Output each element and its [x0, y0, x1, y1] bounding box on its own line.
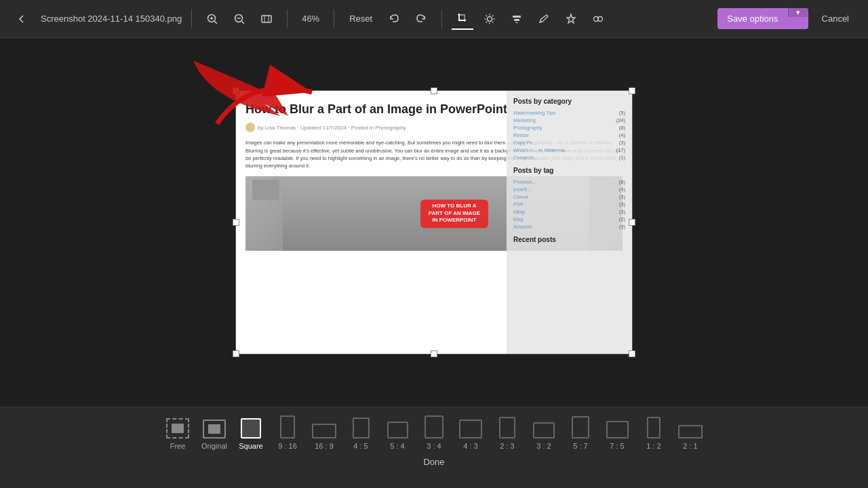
sidebar-tag-item: eBay(3): [513, 208, 625, 216]
sidebar-tag-item: Inserti...(4): [513, 186, 625, 193]
svg-rect-7: [262, 16, 271, 22]
author-avatar: [245, 123, 255, 132]
sidebar-tag-item: PDF(3): [513, 201, 625, 208]
save-options-label: Save options: [717, 8, 787, 29]
ratio-item-7-5[interactable]: 7 : 5: [604, 421, 631, 450]
svg-line-18: [486, 22, 487, 22]
svg-rect-19: [513, 16, 521, 18]
ratio-item-4-5[interactable]: 4 : 5: [347, 418, 374, 450]
ratio-item-square[interactable]: Square: [237, 418, 264, 450]
canvas-area: How to Blur a Part of an Image in PowerP…: [0, 38, 868, 407]
ratio-item-4-3[interactable]: 4 : 3: [457, 420, 484, 450]
svg-line-15: [486, 15, 487, 16]
sidebar-tag-item: Photosh...(8): [513, 178, 625, 186]
sidebar-cat-item: Copy Pr...(3): [513, 139, 625, 146]
zoom-out-button[interactable]: [229, 8, 250, 30]
svg-line-16: [492, 22, 493, 22]
ratio-item-5-7[interactable]: 5 : 7: [567, 416, 594, 450]
ratio-item-1-2[interactable]: 1 : 2: [640, 417, 667, 450]
ratio-item-16-9[interactable]: 16 : 9: [311, 424, 338, 450]
annotate-tool-button[interactable]: [533, 8, 555, 30]
sep-3: [334, 9, 334, 28]
save-options-chevron[interactable]: ▾: [788, 8, 808, 17]
reset-button[interactable]: Reset: [344, 11, 378, 26]
ratio-item-2-3[interactable]: 2 : 3: [494, 417, 521, 450]
svg-rect-21: [515, 22, 518, 23]
sidebar-cat-item: What's n... in Waterma...(17): [513, 146, 625, 154]
svg-point-10: [488, 16, 492, 21]
sidebar-cat-item: Composi...(1): [513, 154, 625, 161]
window-title: Screenshot 2024-11-14 150340.png: [41, 14, 182, 24]
fit-button[interactable]: [256, 8, 277, 30]
ratio-item-original[interactable]: Original: [201, 420, 228, 450]
svg-marker-23: [567, 14, 575, 23]
effects-tool-button[interactable]: [587, 8, 609, 30]
sep-1: [191, 9, 192, 28]
ratio-item-5-4[interactable]: 5 : 4: [384, 422, 411, 450]
crop-tool-button[interactable]: [452, 8, 473, 30]
svg-line-3: [215, 21, 218, 24]
ratio-item-free[interactable]: Free: [164, 418, 191, 450]
sidebar-tag-item: Amazon(3): [513, 223, 625, 230]
ratio-item-2-1[interactable]: 2 : 1: [677, 425, 704, 450]
bottom-toolbar: FreeOriginalSquare9 : 1616 : 94 : 55 : 4…: [0, 407, 868, 488]
ratio-strip: FreeOriginalSquare9 : 1616 : 94 : 55 : 4…: [164, 415, 704, 450]
ratio-item-3-4[interactable]: 3 : 4: [420, 415, 448, 450]
sidebar-tags-list: Photosh...(8)Inserti...(4)Canva(3)PDF(3)…: [513, 178, 625, 230]
image-preview: How to Blur a Part of an Image in PowerP…: [235, 90, 633, 354]
brightness-tool-button[interactable]: [479, 8, 500, 30]
svg-line-6: [242, 21, 245, 24]
zoom-level: 46%: [297, 14, 324, 24]
top-toolbar: Screenshot 2024-11-14 150340.png 46% Res…: [0, 0, 868, 38]
save-options-button[interactable]: Save options ▾: [717, 8, 808, 29]
svg-line-17: [492, 15, 493, 16]
redo-button[interactable]: [410, 8, 432, 30]
undo-button[interactable]: [383, 8, 405, 30]
sidebar-cat-item: Watermarking Tips(5): [513, 109, 625, 117]
ratio-item-9-16[interactable]: 9 : 16: [274, 415, 301, 450]
red-badge: HOW TO BLUR A PART OF AN IMAGE IN POWERP…: [420, 200, 488, 228]
sep-4: [441, 9, 442, 28]
sidebar-categories-list: Watermarking Tips(5)Marketing(24)Photogr…: [513, 109, 625, 161]
sep-2: [287, 9, 288, 28]
cancel-button[interactable]: Cancel: [814, 8, 857, 29]
sidebar-tag-item: Canva(3): [513, 193, 625, 201]
ratio-item-3-2[interactable]: 3 : 2: [530, 422, 557, 450]
align-tool-button[interactable]: [506, 8, 528, 30]
magic-tool-button[interactable]: [560, 8, 582, 30]
toolbar-right: Save options ▾ Cancel: [717, 8, 857, 29]
back-button[interactable]: [11, 8, 33, 30]
sidebar-cat-item: Photography(8): [513, 124, 625, 131]
sidebar-tag-item: Etsy(2): [513, 216, 625, 223]
zoom-in-button[interactable]: [201, 8, 223, 30]
sidebar-cat-item: Resize(4): [513, 131, 625, 139]
sidebar-tags-title: Posts by tag: [513, 167, 625, 174]
svg-rect-20: [514, 19, 519, 21]
sidebar-recent-title: Recent posts: [513, 236, 625, 243]
image-sidebar: Posts by category Watermarking Tips(5)Ma…: [507, 91, 632, 354]
sidebar-categories-title: Posts by category: [513, 98, 625, 105]
done-label: Done: [423, 457, 444, 467]
sidebar-cat-item: Marketing(24): [513, 117, 625, 124]
